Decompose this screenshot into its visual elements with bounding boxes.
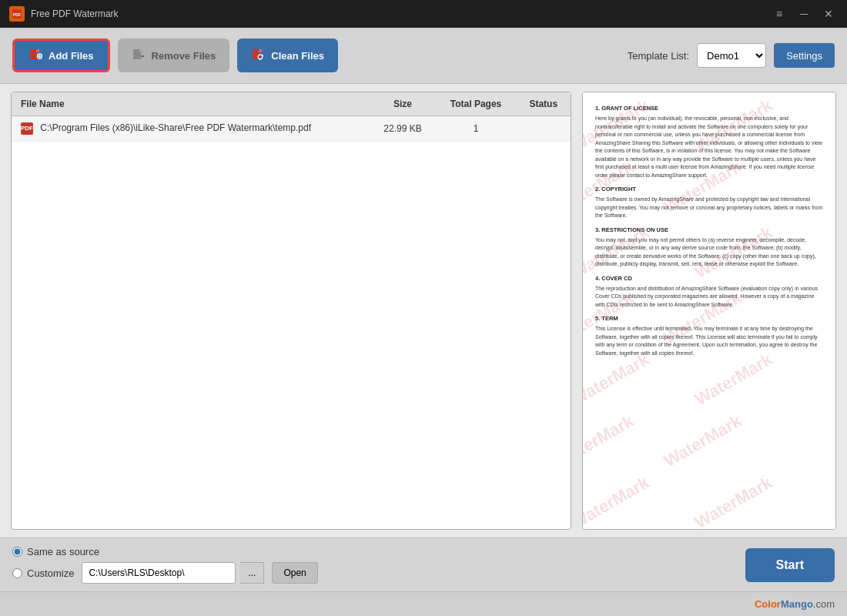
watermark-text: WaterMark (661, 411, 745, 471)
toolbar: Add Files Remove Files (0, 28, 847, 84)
doc-section-body: Here by grants to you (an individual), t… (595, 115, 823, 179)
doc-section-body: The reproduction and distribution of Ama… (595, 285, 823, 310)
doc-section-title: 1. GRANT OF LICENSE (595, 105, 823, 112)
filename-text: C:\Program Files (x86)\iLike-Share\Free … (40, 122, 311, 133)
app-icon: PDF (9, 6, 25, 22)
svg-text:PDF: PDF (13, 12, 21, 17)
path-input[interactable] (82, 562, 236, 584)
file-panel: File Name Size Total Pages Status PDF C:… (11, 92, 571, 530)
doc-section-title: 3. RESTRICTIONS ON USE (595, 226, 823, 233)
doc-section-title: 2. COPYRIGHT (595, 186, 823, 192)
remove-files-button[interactable]: Remove Files (118, 38, 230, 72)
open-button[interactable]: Open (272, 562, 317, 584)
add-files-icon (28, 48, 42, 64)
col-header-status: Status (517, 92, 571, 116)
file-table-body: PDF C:\Program Files (x86)\iLike-Share\F… (12, 116, 571, 142)
watermark-text: WaterMark (583, 473, 653, 529)
col-header-totalpages: Total Pages (436, 92, 517, 116)
template-label: Template List: (628, 50, 689, 62)
bottom-bar: Same as source Customize ... Open Start (0, 537, 847, 591)
clean-files-label: Clean Files (271, 50, 324, 62)
app-title: Free PDF Watermark (31, 8, 119, 19)
remove-files-label: Remove Files (152, 50, 216, 62)
brand-suffix: .com (813, 598, 835, 610)
doc-section-body: The Software is owned by AmazingShare an… (595, 196, 823, 220)
document-preview: 1. GRANT OF LICENSEHere by grants to you… (583, 92, 835, 529)
col-header-size: Size (370, 92, 435, 116)
doc-section-title: 5. TERM (595, 315, 823, 322)
customize-label: Customize (27, 567, 74, 579)
pdf-icon: PDF (21, 122, 33, 135)
brand-mango: Mango (781, 598, 813, 610)
content-area: File Name Size Total Pages Status PDF C:… (0, 84, 847, 537)
same-as-source-option[interactable]: Same as source (12, 546, 318, 557)
footer: ColorMango.com (0, 591, 847, 616)
titlebar: PDF Free PDF Watermark ≡ ─ ✕ (0, 0, 847, 28)
minimize-button[interactable]: ─ (795, 5, 813, 23)
doc-content: 1. GRANT OF LICENSEHere by grants to you… (595, 105, 823, 357)
cell-filename: PDF C:\Program Files (x86)\iLike-Share\F… (12, 116, 370, 142)
customize-option[interactable]: Customize ... Open (12, 562, 318, 584)
brand-color: Color (755, 598, 781, 610)
same-as-source-radio[interactable] (12, 547, 22, 557)
add-files-button[interactable]: Add Files (12, 38, 110, 72)
brand-text: ColorMango.com (755, 598, 835, 610)
start-button[interactable]: Start (745, 548, 835, 582)
preview-panel: 1. GRANT OF LICENSEHere by grants to you… (582, 92, 836, 530)
table-row[interactable]: PDF C:\Program Files (x86)\iLike-Share\F… (12, 116, 571, 142)
menu-button[interactable]: ≡ (770, 5, 788, 23)
main-content: Add Files Remove Files (0, 28, 847, 616)
settings-button[interactable]: Settings (774, 43, 835, 68)
browse-button[interactable]: ... (240, 562, 264, 584)
clean-files-icon (251, 48, 265, 64)
template-select[interactable]: Demo1 (697, 43, 766, 68)
cell-size: 22.99 KB (370, 116, 435, 142)
output-options: Same as source Customize ... Open (12, 546, 318, 584)
file-table: File Name Size Total Pages Status PDF C:… (12, 92, 571, 142)
doc-section-body: You may not, and you may not permit othe… (595, 236, 823, 269)
clean-files-button[interactable]: Clean Files (237, 38, 338, 72)
cell-pages: 1 (436, 116, 517, 142)
doc-section-title: 4. COVER CD (595, 275, 823, 282)
same-as-source-label: Same as source (27, 546, 99, 557)
watermark-text: WaterMark (583, 350, 653, 410)
template-area: Template List: Demo1 Settings (628, 43, 835, 68)
add-files-label: Add Files (49, 50, 94, 62)
customize-radio[interactable] (12, 568, 22, 578)
cell-status (517, 116, 571, 142)
watermark-text: WaterMark (691, 350, 776, 410)
close-button[interactable]: ✕ (819, 5, 838, 23)
watermark-text: WaterMark (691, 473, 776, 529)
watermark-text: WaterMark (583, 411, 638, 471)
doc-section-body: This License is effective until terminat… (595, 325, 823, 357)
table-header-row: File Name Size Total Pages Status (12, 92, 571, 116)
window-controls: ≡ ─ ✕ (770, 5, 838, 23)
remove-files-icon (132, 48, 146, 64)
col-header-filename: File Name (12, 92, 370, 116)
